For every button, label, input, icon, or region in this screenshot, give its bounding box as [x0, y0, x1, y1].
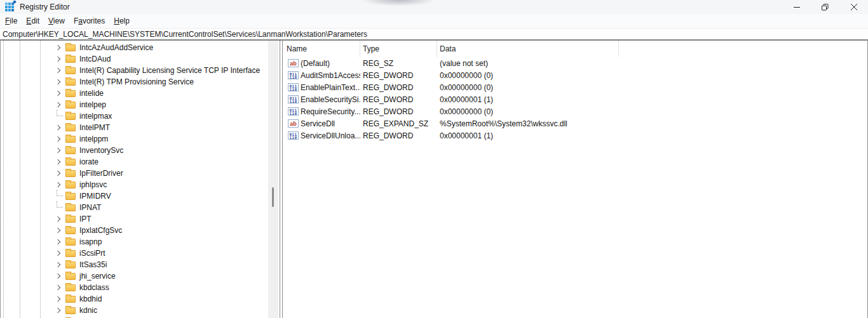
tree-expand-slot[interactable] — [55, 179, 65, 190]
chevron-right-icon[interactable] — [55, 296, 60, 301]
tree-scrollbar-thumb[interactable] — [272, 187, 274, 207]
chevron-right-icon[interactable] — [55, 136, 60, 142]
tree-item[interactable]: kbdclass — [1, 282, 280, 293]
minimize-button[interactable] — [782, 0, 811, 14]
address-bar[interactable]: Computer\HKEY_LOCAL_MACHINE\SYSTEM\Curre… — [0, 28, 868, 39]
column-header-type[interactable]: Type — [360, 41, 437, 57]
value-row[interactable]: 011110EnablePlainText...REG_DWORD0x00000… — [283, 81, 867, 93]
chevron-right-icon[interactable] — [55, 45, 60, 50]
menu-item-file[interactable]: File — [1, 15, 22, 27]
tree-item[interactable]: intelppm — [1, 133, 280, 145]
tree-item[interactable]: Intel(R) TPM Provisioning Service — [1, 76, 280, 88]
tree-expand-slot[interactable] — [55, 65, 65, 76]
tree-item[interactable]: isapnp — [1, 236, 280, 248]
tree-item[interactable]: ItSas35i — [1, 259, 280, 270]
registry-editor-window: Registry Editor FileEditViewFavoritesHel… — [0, 0, 868, 318]
chevron-right-icon[interactable] — [55, 148, 60, 153]
menu-item-view[interactable]: View — [44, 15, 69, 27]
chevron-right-icon[interactable] — [55, 262, 60, 267]
tree-expand-slot[interactable] — [55, 88, 65, 99]
tree-item[interactable]: intelpmax — [1, 110, 280, 122]
tree-item[interactable]: IpFilterDriver — [1, 168, 280, 179]
tree-item[interactable]: jhi_service — [1, 270, 280, 282]
value-row[interactable]: ab(Default)REG_SZ(value not set) — [283, 57, 867, 69]
tree-item[interactable]: iScsiPrt — [1, 248, 280, 259]
tree-expand-slot[interactable] — [55, 248, 65, 259]
value-data: 0x00000000 (0) — [437, 107, 493, 116]
chevron-right-icon[interactable] — [55, 308, 60, 313]
value-row[interactable]: 011110AuditSmb1AccessREG_DWORD0x00000000… — [283, 69, 867, 81]
chevron-right-icon[interactable] — [55, 251, 60, 256]
tree-item[interactable]: IntcDAud — [1, 53, 280, 65]
tree-item[interactable]: iphlpsvc — [1, 179, 280, 190]
tree-item[interactable]: iorate — [1, 156, 280, 168]
tree-expand-slot[interactable] — [55, 42, 65, 53]
chevron-right-icon[interactable] — [55, 228, 60, 233]
tree-expand-slot[interactable] — [55, 293, 65, 305]
tree-expand-slot[interactable] — [55, 145, 65, 156]
tree-expand-slot[interactable] — [55, 156, 65, 168]
tree-item-label: IPNAT — [79, 203, 101, 212]
tree-expand-slot[interactable] — [55, 133, 65, 145]
value-row[interactable]: 011110RequireSecurity...REG_DWORD0x00000… — [283, 105, 867, 117]
column-header-name[interactable]: Name — [283, 41, 360, 57]
tree-expand-slot[interactable] — [55, 282, 65, 293]
tree-item[interactable]: IpxlatCfgSvc — [1, 225, 280, 236]
chevron-right-icon[interactable] — [55, 239, 60, 244]
tree-item-label: isapnp — [79, 237, 102, 246]
folder-icon — [65, 79, 76, 86]
chevron-right-icon[interactable] — [55, 216, 60, 222]
tree-expand-slot[interactable] — [55, 99, 65, 110]
tree-item[interactable]: IntcAzAudAddService — [1, 42, 280, 53]
folder-icon — [65, 136, 76, 143]
column-header-data[interactable]: Data — [437, 41, 619, 57]
tree-item-label: iorate — [79, 157, 98, 166]
tree-item-label: IntcAzAudAddService — [79, 43, 153, 52]
tree-scrollbar-track[interactable] — [268, 41, 278, 318]
chevron-right-icon[interactable] — [55, 56, 60, 62]
string-value-icon: ab — [288, 59, 299, 67]
tree-item[interactable]: intelpep — [1, 99, 280, 110]
tree-item[interactable]: intelide — [1, 88, 280, 99]
tree-expand-slot[interactable] — [55, 213, 65, 225]
tree-expand-slot[interactable] — [55, 168, 65, 179]
chevron-right-icon[interactable] — [55, 68, 60, 73]
folder-icon — [65, 250, 76, 257]
tree-item[interactable]: IntelPMT — [1, 122, 280, 133]
tree-expand-slot[interactable] — [55, 53, 65, 65]
restore-button[interactable] — [811, 0, 839, 14]
value-row[interactable]: 011110ServiceDllUnloa...REG_DWORD0x00000… — [283, 129, 867, 142]
tree-item[interactable]: InventorySvc — [1, 145, 280, 156]
menu-item-edit[interactable]: Edit — [22, 15, 44, 27]
tree-item[interactable]: kbdhid — [1, 293, 280, 305]
value-row[interactable]: 011110EnableSecuritySi...REG_DWORD0x0000… — [283, 93, 867, 105]
tree-item[interactable]: IPT — [1, 213, 280, 225]
tree-item[interactable]: Intel(R) Capability Licensing Service TC… — [1, 65, 280, 76]
tree-expand-slot[interactable] — [55, 270, 65, 282]
chevron-right-icon[interactable] — [55, 159, 60, 164]
tree-item[interactable]: IPMIDRV — [1, 190, 280, 202]
close-icon — [851, 4, 857, 10]
chevron-right-icon[interactable] — [55, 171, 60, 176]
tree-expand-slot[interactable] — [55, 122, 65, 133]
chevron-right-icon[interactable] — [55, 91, 60, 96]
menu-item-help[interactable]: Help — [109, 15, 134, 27]
chevron-right-icon[interactable] — [55, 102, 60, 107]
chevron-right-icon[interactable] — [55, 182, 60, 187]
tree-expand-slot[interactable] — [55, 236, 65, 248]
chevron-right-icon[interactable] — [55, 274, 60, 279]
tree-expand-slot[interactable] — [55, 76, 65, 88]
tree-item[interactable]: IPNAT — [1, 202, 280, 213]
folder-icon — [65, 170, 76, 177]
tree-expand-slot[interactable] — [55, 305, 65, 316]
tree-expand-slot[interactable] — [55, 259, 65, 270]
value-row[interactable]: abServiceDllREG_EXPAND_SZ%SystemRoot%\Sy… — [283, 117, 867, 129]
chevron-right-icon[interactable] — [55, 285, 60, 290]
chevron-right-icon[interactable] — [55, 79, 60, 84]
menu-item-favorites[interactable]: Favorites — [69, 15, 109, 27]
close-button[interactable] — [839, 0, 868, 14]
tree-expand-slot[interactable] — [55, 225, 65, 236]
folder-icon — [65, 113, 76, 120]
chevron-right-icon[interactable] — [55, 125, 60, 130]
tree-item[interactable]: kdnic — [1, 305, 280, 316]
